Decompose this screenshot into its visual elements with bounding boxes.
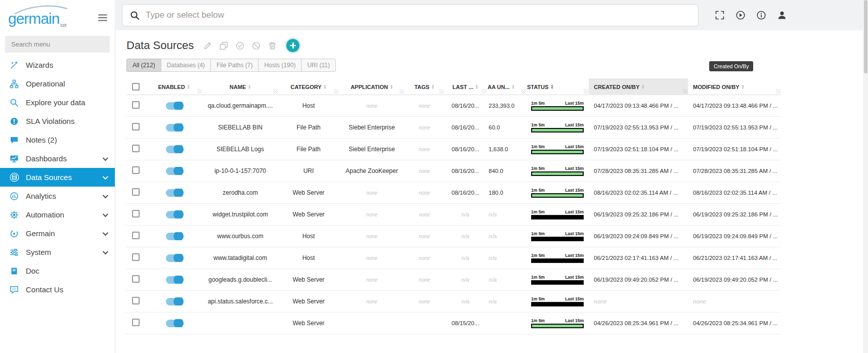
column-resize-handle[interactable] — [400, 89, 404, 94]
table-row[interactable]: qa.cloud.germainapm.... Host none none 0… — [125, 95, 781, 117]
enabled-toggle[interactable] — [166, 124, 182, 131]
sidebar-item-operational[interactable]: Operational — [0, 74, 115, 93]
table-row[interactable]: googleads.g.doublecli... Web Server none… — [125, 269, 781, 291]
column-header-modified-on-by[interactable]: MODIFIED ON/BY▲▼ — [688, 78, 781, 95]
sort-icon[interactable]: ▲▼ — [431, 84, 435, 89]
status-cell: 1m 5mLast 15m — [526, 122, 589, 133]
add-data-source-button[interactable] — [286, 39, 299, 52]
row-checkbox[interactable] — [132, 188, 140, 196]
tab-uri[interactable]: URI (11) — [301, 59, 335, 72]
enabled-toggle[interactable] — [166, 189, 182, 197]
enabled-toggle[interactable] — [166, 276, 182, 284]
sidebar-item-wizards[interactable]: Wizards — [0, 56, 115, 74]
sidebar-item-contact-us[interactable]: Contact Us — [0, 280, 115, 299]
play-circle-icon[interactable] — [735, 10, 746, 20]
delete-icon[interactable] — [268, 41, 277, 50]
row-checkbox[interactable] — [132, 101, 140, 109]
column-header-name[interactable]: NAME▲▼ — [202, 78, 278, 95]
column-resize-handle[interactable] — [776, 89, 780, 94]
germain-logo[interactable]: germainux — [8, 6, 67, 28]
sidebar-item-data-sources[interactable]: Data Sources — [0, 168, 115, 187]
table-row[interactable]: Web Server 08/15/20... 1m 5mLast 15m 04/… — [125, 313, 781, 334]
sort-icon[interactable]: ▲▼ — [550, 84, 553, 89]
sidebar-item-germain[interactable]: Germain — [0, 224, 115, 243]
scrollbar-thumb[interactable] — [864, 0, 867, 73]
column-resize-handle[interactable] — [683, 89, 687, 94]
menu-search-input[interactable] — [5, 36, 110, 53]
enabled-toggle[interactable] — [166, 146, 182, 153]
sort-icon[interactable]: ▲▼ — [475, 84, 479, 89]
enabled-toggle[interactable] — [166, 254, 182, 262]
sidebar-item-dashboards[interactable]: Dashboards — [0, 149, 115, 168]
enabled-toggle[interactable] — [166, 298, 182, 305]
sidebar-item-explore-your-data[interactable]: Explore your data — [0, 93, 115, 112]
column-resize-handle[interactable] — [334, 89, 338, 94]
enabled-toggle[interactable] — [166, 211, 182, 218]
column-resize-handle[interactable] — [521, 89, 526, 94]
table-row[interactable]: www.tatadigital.com Host none none n/a n… — [125, 247, 781, 269]
global-search-input[interactable] — [146, 10, 690, 20]
column-resize-handle[interactable] — [482, 89, 486, 94]
global-search-bar[interactable] — [122, 4, 699, 26]
clone-icon[interactable] — [220, 41, 228, 50]
sort-icon[interactable]: ▲▼ — [742, 84, 745, 89]
edit-icon[interactable] — [203, 41, 212, 50]
column-resize-handle[interactable] — [439, 89, 444, 94]
row-checkbox[interactable] — [132, 210, 140, 217]
column-header-enabled[interactable]: ENABLED▲▼ — [146, 78, 202, 95]
column-header-application[interactable]: APPLICATION▲▼ — [339, 78, 405, 95]
tab-all[interactable]: All (212) — [126, 59, 161, 72]
table-row[interactable]: www.ourbus.com Host none none n/a n/a 1m… — [125, 226, 781, 247]
column-header-aa[interactable]: AA UN...▲▼ — [487, 78, 526, 95]
row-checkbox[interactable] — [132, 297, 140, 304]
row-checkbox[interactable] — [132, 166, 140, 174]
sort-icon[interactable]: ▲▼ — [390, 84, 393, 89]
sidebar-item-notes[interactable]: Notes (2) — [0, 130, 115, 149]
user-icon[interactable] — [777, 10, 787, 20]
sidebar-item-doc[interactable]: Doc — [0, 261, 115, 280]
enabled-toggle[interactable] — [166, 320, 182, 327]
enabled-toggle[interactable] — [166, 102, 182, 110]
table-row[interactable]: zerodha.com Web Server none none 08/16/2… — [125, 182, 781, 204]
sidebar-item-analytics[interactable]: Analytics — [0, 187, 115, 205]
table-row[interactable]: api.status.salesforce.c... Web Server no… — [125, 291, 781, 313]
tab-file-paths[interactable]: File Paths (7) — [210, 59, 258, 72]
table-row[interactable]: SIEBELLAB Logs File Path Siebel Enterpri… — [125, 139, 781, 160]
column-header-last[interactable]: LAST ...▲▼ — [444, 78, 487, 95]
sort-icon[interactable]: ▲▼ — [512, 84, 515, 89]
sidebar-item-automation[interactable]: Automation — [0, 205, 115, 224]
enabled-toggle[interactable] — [166, 167, 182, 175]
column-header-created-on-by[interactable]: CREATED ON/BY▲▼ — [589, 78, 688, 95]
row-checkbox[interactable] — [132, 253, 140, 261]
column-header-category[interactable]: CATEGORY▲▼ — [278, 78, 339, 95]
row-checkbox[interactable] — [132, 232, 140, 239]
info-circle-icon[interactable] — [756, 10, 766, 20]
table-row[interactable]: SIEBELLAB BIN File Path Siebel Enterpris… — [125, 117, 781, 139]
column-header-tags[interactable]: TAGS▲▼ — [405, 78, 444, 95]
sort-icon[interactable]: ▲▼ — [187, 84, 190, 89]
sort-icon[interactable]: ▲▼ — [248, 84, 251, 89]
row-checkbox[interactable] — [132, 123, 140, 130]
table-row[interactable]: widget.trustpilot.com Web Server none no… — [125, 204, 781, 226]
column-resize-handle[interactable] — [273, 89, 278, 94]
table-row[interactable]: ip-10-0-1-157:7070 URI Apache ZooKeeper … — [125, 160, 781, 182]
column-resize-handle[interactable] — [584, 89, 588, 94]
tab-databases[interactable]: Databases (4) — [161, 59, 211, 72]
row-checkbox[interactable] — [132, 145, 140, 152]
sort-icon[interactable]: ▲▼ — [324, 84, 327, 89]
sidebar-item-sla-violations[interactable]: SLA Violations — [0, 112, 115, 130]
enabled-toggle[interactable] — [166, 233, 182, 240]
column-header-status[interactable]: STATUS▲▼ — [526, 78, 589, 95]
row-checkbox[interactable] — [132, 275, 140, 283]
vertical-scrollbar[interactable] — [863, 0, 868, 353]
approve-icon[interactable] — [236, 41, 244, 50]
sidebar-item-system[interactable]: System — [0, 243, 115, 261]
sort-icon[interactable]: ▲▼ — [641, 84, 644, 89]
tab-hosts[interactable]: Hosts (190) — [258, 59, 301, 72]
select-all-checkbox[interactable] — [132, 83, 140, 91]
column-resize-handle[interactable] — [197, 89, 202, 94]
disable-icon[interactable] — [252, 41, 261, 50]
row-checkbox[interactable] — [132, 319, 140, 326]
fullscreen-icon[interactable] — [715, 10, 725, 20]
hamburger-icon[interactable] — [98, 13, 108, 24]
